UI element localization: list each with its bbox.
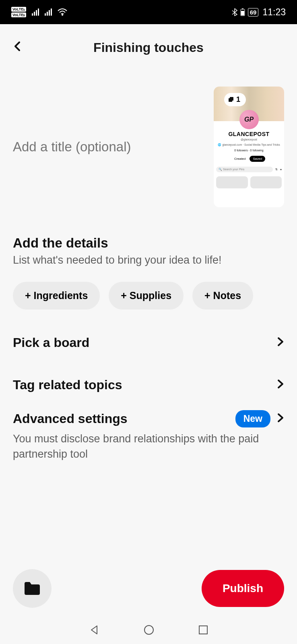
publish-button[interactable]: Publish <box>202 570 284 607</box>
details-title: Add the details <box>13 235 284 251</box>
notes-chip[interactable]: + Notes <box>192 282 253 310</box>
pick-board-row[interactable]: Pick a board <box>0 322 297 364</box>
advanced-settings-row[interactable]: Advanced settings New <box>13 410 284 427</box>
preview-filter-icon: ⇅ <box>275 168 278 171</box>
page-title: Finishing touches <box>11 40 286 55</box>
folder-icon <box>23 581 41 596</box>
chevron-right-icon <box>277 413 284 425</box>
preview-stats: 0 followers · 0 following <box>214 149 284 152</box>
svg-rect-3 <box>241 11 244 15</box>
advanced-label: Advanced settings <box>13 411 128 426</box>
svg-rect-2 <box>242 8 243 9</box>
pin-preview-card[interactable]: 1 GP GLANCEPOST @glancepost 🌐 glancepost… <box>214 87 284 207</box>
tag-topics-label: Tag related topics <box>13 378 122 392</box>
preview-tab-created: Created <box>233 156 247 162</box>
volte-1-badge: VoLTE₁ <box>11 7 26 12</box>
preview-site-line: 🌐 glancepost.com · Social Media Tips and… <box>214 143 284 147</box>
tag-topics-row[interactable]: Tag related topics <box>0 364 297 406</box>
battery-pct: 69 <box>248 8 259 17</box>
wifi-icon <box>58 8 67 16</box>
details-subtitle: List what's needed to bring your idea to… <box>13 254 284 266</box>
preview-count: 1 <box>236 95 240 104</box>
supplies-chip[interactable]: + Supplies <box>109 282 184 310</box>
new-badge: New <box>235 410 270 427</box>
preview-board-thumb <box>216 176 248 188</box>
svg-rect-5 <box>230 97 233 101</box>
time: 11:23 <box>262 7 286 18</box>
signal-icon-2 <box>45 8 52 16</box>
signal-icon-1 <box>32 8 39 16</box>
advanced-subtitle: You must disclose brand relationships wi… <box>13 431 284 462</box>
svg-point-0 <box>62 14 63 15</box>
svg-rect-7 <box>199 626 207 634</box>
preview-profile-name: GLANCEPOST <box>214 131 284 137</box>
header: Finishing touches <box>0 24 297 67</box>
preview-count-badge: 1 <box>224 93 246 106</box>
drafts-button[interactable] <box>13 569 52 608</box>
ingredients-chip[interactable]: + Ingredients <box>13 282 100 310</box>
preview-add-icon: + <box>280 168 282 171</box>
preview-board-thumb <box>250 176 282 188</box>
chevron-right-icon <box>277 379 284 392</box>
battery-icon <box>240 8 245 16</box>
system-nav-bar <box>0 616 297 644</box>
preview-handle: @glancepost <box>214 138 284 141</box>
preview-avatar: GP <box>239 110 259 129</box>
status-bar: VoLTE₁ VoLTE₂ 69 11:23 <box>0 0 297 24</box>
nav-back-icon[interactable] <box>89 625 99 635</box>
title-input[interactable] <box>13 87 206 207</box>
chevron-right-icon <box>277 336 284 349</box>
bluetooth-icon <box>232 8 237 16</box>
preview-search: 🔍 Search your Pins <box>216 167 273 172</box>
nav-home-icon[interactable] <box>144 625 154 635</box>
svg-point-6 <box>144 625 153 634</box>
pick-board-label: Pick a board <box>13 335 89 350</box>
back-button[interactable] <box>14 40 22 55</box>
volte-2-badge: VoLTE₂ <box>11 12 26 17</box>
preview-tab-saved: Saved <box>250 156 265 162</box>
nav-recents-icon[interactable] <box>198 625 208 635</box>
